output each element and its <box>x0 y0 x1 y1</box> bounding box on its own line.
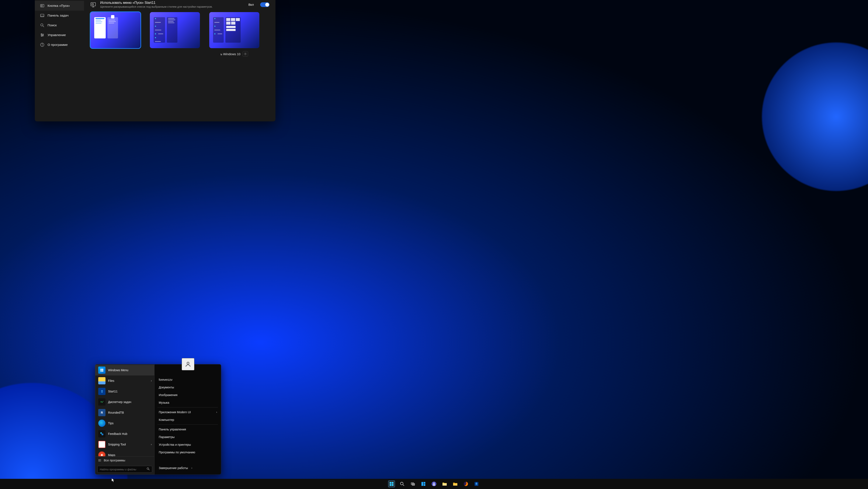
start-button-icon <box>40 3 44 8</box>
style-settings-gear[interactable] <box>243 51 248 57</box>
svg-rect-35 <box>390 482 391 484</box>
option-subtitle: Щелкните раскрывающийся список под выбра… <box>100 5 213 8</box>
nav-label: О программе <box>48 43 68 47</box>
app-label: RoundedTB <box>108 411 124 414</box>
all-programs-label: Все программы <box>104 459 125 462</box>
svg-rect-20 <box>100 369 102 370</box>
taskbar-widgets-button[interactable] <box>420 481 427 487</box>
app-start11[interactable]: ⇧ Start11 <box>95 386 154 397</box>
user-name: foreverzzv <box>159 378 173 381</box>
user-avatar[interactable] <box>182 358 194 370</box>
taskbar-explorer-button[interactable] <box>441 481 448 487</box>
app-label: Windows Menu <box>108 368 128 372</box>
start-menu-left-column: Windows Menu Files › ⇧ Start11 Диспетчер… <box>95 364 155 475</box>
music-link[interactable]: Музыка <box>157 399 218 406</box>
all-programs-button[interactable]: Все программы <box>95 456 154 464</box>
taskbar-start11-button[interactable] <box>473 481 480 487</box>
snipping-tool-icon <box>98 441 105 448</box>
svg-point-19 <box>245 54 246 54</box>
svg-rect-2 <box>40 14 44 17</box>
taskbar <box>0 479 868 489</box>
svg-rect-22 <box>100 370 102 372</box>
chevron-right-icon: › <box>216 411 217 414</box>
app-tips[interactable]: Tips <box>95 418 154 429</box>
app-label: Tips <box>108 422 114 425</box>
nav-taskbar[interactable]: Панель задач <box>35 10 84 20</box>
taskbar-search-button[interactable] <box>399 481 406 487</box>
search-icon <box>147 467 150 471</box>
svg-rect-15 <box>91 3 96 6</box>
app-label: Maps <box>108 453 115 456</box>
search-input[interactable] <box>100 468 147 471</box>
control-panel-link[interactable]: Панель управления <box>157 426 218 433</box>
style-thumb-win10 <box>209 12 259 48</box>
use-start11-toggle[interactable] <box>260 2 270 7</box>
taskbar-teams-button[interactable] <box>431 481 437 487</box>
start-search-box[interactable] <box>97 466 152 473</box>
app-feedback-hub[interactable]: Feedback Hub <box>95 429 154 439</box>
svg-rect-36 <box>392 482 394 484</box>
computer-link[interactable]: Компьютер <box>157 416 218 424</box>
folder-icon <box>98 377 105 385</box>
app-task-manager[interactable]: Диспетчер задач <box>95 397 154 407</box>
search-icon <box>40 23 44 28</box>
start-menu: Windows Menu Files › ⇧ Start11 Диспетчер… <box>95 364 221 475</box>
svg-point-34 <box>187 362 189 364</box>
style-tile-1[interactable] <box>90 12 141 57</box>
svg-rect-43 <box>422 482 423 486</box>
svg-rect-38 <box>392 484 394 486</box>
svg-point-25 <box>101 433 103 435</box>
settings-sidebar: Кнопка «Пуск» Панель задач Поиск Управле… <box>35 0 84 121</box>
taskbar-firefox-button[interactable] <box>462 481 469 487</box>
nav-about[interactable]: О программе <box>35 40 84 50</box>
svg-line-40 <box>403 485 404 486</box>
option-title: Использовать меню «Пуск» Start11 <box>100 1 213 5</box>
default-programs-link[interactable]: Программы по умолчанию <box>157 449 218 456</box>
style-label-win10: ь Windows 10 <box>220 52 241 56</box>
shutdown-button[interactable]: Завершение работы › <box>157 464 218 472</box>
svg-point-24 <box>100 432 102 434</box>
documents-link[interactable]: Документы <box>157 384 218 391</box>
svg-rect-23 <box>102 370 103 372</box>
app-maps[interactable]: Maps <box>95 450 154 456</box>
app-snipping-tool[interactable]: Snipping Tool › <box>95 439 154 450</box>
pictures-link[interactable]: Изображения <box>157 391 218 399</box>
svg-rect-1 <box>41 5 42 6</box>
app-files[interactable]: Files › <box>95 375 154 386</box>
app-roundedtb[interactable]: R RoundedTB <box>95 407 154 418</box>
taskbar-taskview-button[interactable] <box>409 481 416 487</box>
svg-point-47 <box>433 483 435 484</box>
chevron-right-icon: › <box>151 379 152 382</box>
user-name-link[interactable]: foreverzzv <box>157 376 218 384</box>
tips-icon <box>98 420 105 427</box>
devices-printers-link[interactable]: Устройства и принтеры <box>157 441 218 449</box>
monitor-icon <box>90 1 96 8</box>
windows-menu-icon <box>98 367 105 374</box>
svg-point-4 <box>41 24 43 26</box>
taskbar-start-button[interactable] <box>388 481 395 487</box>
svg-rect-44 <box>424 482 425 484</box>
style-thumb-win7 <box>90 12 141 48</box>
wallpaper-shape <box>762 42 868 191</box>
svg-point-32 <box>147 468 149 469</box>
svg-rect-48 <box>442 484 447 486</box>
app-label: Start11 <box>108 390 118 393</box>
app-windows-menu[interactable]: Windows Menu <box>95 365 154 375</box>
app-label: Диспетчер задач <box>108 400 131 404</box>
nav-search[interactable]: Поиск <box>35 20 84 30</box>
taskbar-folder-button[interactable] <box>452 481 459 487</box>
nav-control[interactable]: Управление <box>35 30 84 40</box>
svg-point-39 <box>400 482 403 485</box>
svg-rect-21 <box>102 369 103 370</box>
svg-line-33 <box>149 469 149 470</box>
app-label: Files <box>108 379 114 383</box>
toggle-label: Вкл <box>249 3 254 6</box>
app-label: Snipping Tool <box>108 443 126 446</box>
chevron-right-icon: › <box>191 466 192 469</box>
style-tiles-row: ь Windows 10 <box>90 12 270 57</box>
nav-start-button[interactable]: Кнопка «Пуск» <box>35 1 84 10</box>
style-tile-3[interactable]: ь Windows 10 <box>209 12 260 57</box>
style-tile-2[interactable] <box>149 12 200 57</box>
settings-link[interactable]: Параметры <box>157 433 218 441</box>
modern-ui-apps-link[interactable]: Приложения Modern UI › <box>157 408 218 416</box>
